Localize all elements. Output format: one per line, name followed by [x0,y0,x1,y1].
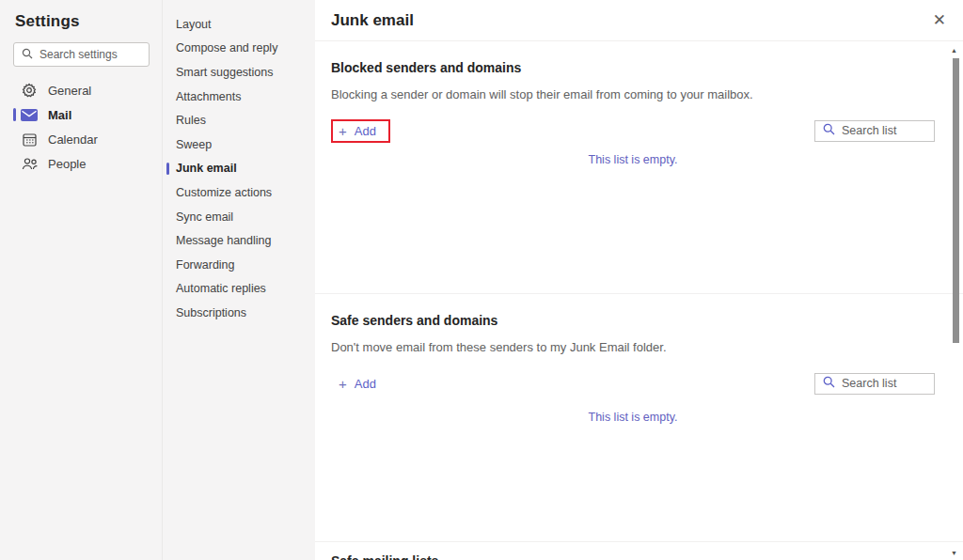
safe-actions-row: + Add [331,370,935,397]
nav-item-label: Sweep [176,138,212,151]
plus-icon: + [339,124,347,138]
close-icon[interactable]: ✕ [933,12,946,28]
mail-settings-nav: Layout Compose and reply Smart suggestio… [162,0,315,560]
scroll-down-icon[interactable]: ▼ [951,550,957,556]
plus-icon: + [339,377,347,391]
nav-item-label: Compose and reply [176,41,277,54]
nav-item-label: Smart suggestions [176,66,274,79]
blocked-list-search-box[interactable] [814,120,935,142]
safe-senders-section: Safe senders and domains Don't move emai… [315,294,963,542]
safe-list-search-box[interactable] [814,373,935,395]
nav-item-compose-and-reply[interactable]: Compose and reply [163,37,315,61]
section-heading: Safe senders and domains [331,313,935,328]
add-button-label: Add [355,124,376,138]
nav-item-label: Message handling [176,234,271,247]
blocked-list-search-input[interactable] [842,124,926,137]
sidebar-item-label: Calendar [48,132,98,147]
nav-item-label: Sync email [176,210,233,224]
nav-item-junk-email[interactable]: Junk email [163,157,315,181]
gear-icon [21,83,38,98]
add-blocked-sender-button[interactable]: + Add [331,119,390,143]
nav-item-forwarding[interactable]: Forwarding [163,253,315,277]
add-button-label: Add [355,377,376,391]
search-icon [22,46,33,63]
settings-sidebar: Settings General Mail [0,0,162,560]
nav-item-label: Junk email [176,162,237,175]
panel-header: Junk email ✕ [315,0,963,41]
nav-item-label: Attachments [176,90,241,103]
search-icon [823,122,835,139]
sidebar-item-calendar[interactable]: Calendar [0,127,162,151]
nav-item-label: Automatic replies [176,282,266,295]
add-safe-sender-button[interactable]: + Add [331,372,390,396]
sidebar-item-mail[interactable]: Mail [0,102,162,127]
nav-item-layout[interactable]: Layout [163,12,315,37]
section-description: Don't move email from these senders to m… [331,340,935,354]
nav-item-label: Customize actions [176,186,272,199]
mail-icon [21,109,38,121]
sidebar-item-people[interactable]: People [0,151,162,176]
settings-search-box[interactable] [13,42,150,67]
people-icon [21,157,38,170]
settings-search-input[interactable] [39,48,141,61]
nav-item-sweep[interactable]: Sweep [163,132,315,157]
nav-item-smart-suggestions[interactable]: Smart suggestions [163,60,315,85]
nav-item-customize-actions[interactable]: Customize actions [163,180,315,205]
partial-section-heading: Safe mailing lists [331,553,963,560]
sidebar-item-general[interactable]: General [0,78,162,102]
selection-indicator [13,108,16,121]
sidebar-item-label: General [48,84,91,98]
scrollbar-thumb[interactable] [953,58,959,343]
scroll-up-icon[interactable]: ▲ [951,47,957,54]
section-heading: Blocked senders and domains [331,60,935,75]
nav-item-subscriptions[interactable]: Subscriptions [163,301,315,325]
sidebar-item-label: Mail [48,108,71,122]
nav-item-label: Forwarding [176,258,235,272]
nav-item-label: Layout [176,18,212,31]
nav-item-rules[interactable]: Rules [163,108,315,132]
section-description: Blocking a sender or domain will stop th… [331,87,935,101]
empty-list-message: This list is empty. [331,153,935,166]
safe-list-search-input[interactable] [842,377,926,390]
page-title: Junk email [331,11,414,30]
blocked-actions-row: + Add [331,117,935,144]
calendar-icon [21,132,38,147]
nav-item-sync-email[interactable]: Sync email [163,205,315,229]
junk-email-panel: Junk email ✕ Blocked senders and domains… [315,0,963,560]
nav-item-label: Subscriptions [176,306,246,319]
blocked-senders-section: Blocked senders and domains Blocking a s… [315,41,963,294]
selection-indicator [166,163,169,175]
search-icon [823,375,835,392]
nav-item-message-handling[interactable]: Message handling [163,228,315,253]
sidebar-item-label: People [48,157,86,171]
settings-title: Settings [0,0,162,39]
nav-item-attachments[interactable]: Attachments [163,85,315,109]
vertical-scrollbar[interactable]: ▲ ▼ [947,43,962,560]
nav-item-automatic-replies[interactable]: Automatic replies [163,277,315,302]
empty-list-message: This list is empty. [331,411,935,424]
nav-item-label: Rules [176,114,206,127]
